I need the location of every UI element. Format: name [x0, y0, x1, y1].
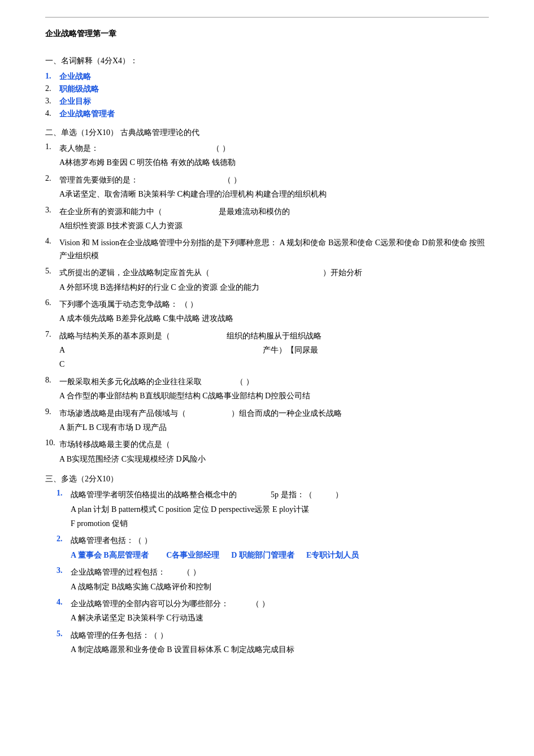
- mq1-text: 战略管理学者明茨伯格提出的战略整合概念中的5p 是指：（）: [71, 489, 489, 501]
- section2-header: 二、单选（1分X10） 古典战略管理理论的代: [45, 128, 489, 138]
- mq4-options: A 解决承诺坚定 B决策科学 C行动迅速: [71, 612, 489, 624]
- q5-line: 5. 式所提出的逻辑，企业战略制定应首先从（）开始分析: [45, 267, 489, 279]
- multi-question-1: 1. 战略管理学者明茨伯格提出的战略整合概念中的5p 是指：（） A plan …: [57, 489, 489, 530]
- mq5-num: 5.: [57, 629, 71, 638]
- q3-options: A组织性资源 B技术资源 C人力资源: [59, 220, 489, 232]
- term-text-3: 企业目标: [59, 97, 91, 107]
- mq1-options: A plan 计划 B pattern模式 C position 定位 D pe…: [71, 503, 489, 516]
- mq3-line: 3. 企业战略管理的过程包括：（ ）: [57, 566, 489, 579]
- q6-num: 6.: [45, 298, 59, 307]
- q4-line: 4. Vision 和 M ission在企业战略管理中分别指的是下列哪种意思：…: [45, 237, 489, 262]
- q8-num: 8.: [45, 376, 59, 385]
- document-title: 企业战略管理第一章: [45, 29, 489, 39]
- multi-question-2: 2. 战略管理者包括：（ ） A 董事会 B高层管理者 C各事业部经理 D 职能…: [57, 535, 489, 562]
- q7-options-a: A产牛）【同尿最: [59, 344, 489, 357]
- term-number-1: 1.: [45, 72, 57, 81]
- q1-options: A林德罗布姆 B奎因 C 明茨伯格 有效的战略 钱德勒: [59, 157, 489, 169]
- question-6: 6. 下列哪个选项属于动态竞争战略： （ ） A 成本领先战略 B差异化战略 C…: [45, 298, 489, 325]
- multi-question-3: 3. 企业战略管理的过程包括：（ ） A 战略制定 B战略实施 C战略评价和控制: [57, 566, 489, 593]
- mq3-num: 3.: [57, 566, 71, 575]
- q1-line: 1. 表人物是：（ ）: [45, 142, 489, 155]
- list-item: 2. 职能级战略: [45, 84, 489, 94]
- q5-num: 5.: [45, 267, 59, 276]
- list-item: 1. 企业战略: [45, 72, 489, 82]
- q2-num: 2.: [45, 174, 59, 183]
- term-text-1: 企业战略: [59, 72, 91, 82]
- q2-options: A承诺坚定、取舍清晰 B决策科学 C构建合理的治理机构 构建合理的组织机构: [59, 188, 489, 201]
- q4-text: Vision 和 M ission在企业战略管理中分别指的是下列哪种意思： A …: [59, 237, 489, 262]
- question-4: 4. Vision 和 M ission在企业战略管理中分别指的是下列哪种意思：…: [45, 237, 489, 262]
- q3-num: 3.: [45, 206, 59, 215]
- section1: 一、名词解释（4分X4）： 1. 企业战略 2. 职能级战略 3. 企业目标 4…: [45, 56, 489, 119]
- q4-num: 4.: [45, 237, 59, 246]
- term-text-4: 企业战略管理者: [59, 109, 115, 119]
- q6-line: 6. 下列哪个选项属于动态竞争战略： （ ）: [45, 298, 489, 311]
- question-2: 2. 管理首先要做到的是：（ ） A承诺坚定、取舍清晰 B决策科学 C构建合理的…: [45, 174, 489, 201]
- list-item: 4. 企业战略管理者: [45, 109, 489, 119]
- q7-text: 战略与结构关系的基本原则是（组织的结构服从于组织战略: [59, 330, 489, 342]
- q2-line: 2. 管理首先要做到的是：（ ）: [45, 174, 489, 186]
- q5-options: A 外部环境 B选择结构好的行业 C 企业的资源 企业的能力: [59, 281, 489, 294]
- q6-text: 下列哪个选项属于动态竞争战略： （ ）: [59, 298, 489, 311]
- q1-num: 1.: [45, 142, 59, 151]
- q9-options: A 新产L B C现有市场 D 现产品: [59, 422, 489, 434]
- term-number-4: 4.: [45, 109, 57, 118]
- terms-list: 1. 企业战略 2. 职能级战略 3. 企业目标 4. 企业战略管理者: [45, 72, 489, 119]
- list-item: 3. 企业目标: [45, 97, 489, 107]
- term-text-2: 职能级战略: [59, 84, 99, 94]
- q7-line: 7. 战略与结构关系的基本原则是（组织的结构服从于组织战略: [45, 330, 489, 342]
- mq5-text: 战略管理的任务包括：（ ）: [71, 629, 489, 642]
- q3-line: 3. 在企业所有的资源和能力中（是最难流动和模仿的: [45, 206, 489, 218]
- q6-options: A 成本领先战略 B差异化战略 C集中战略 进攻战略: [59, 312, 489, 325]
- q8-line: 8. 一般采取相关多元化战略的企业往往采取（ ）: [45, 376, 489, 388]
- q7-num: 7.: [45, 330, 59, 339]
- mq3-text: 企业战略管理的过程包括：（ ）: [71, 566, 489, 579]
- q7-options-c: C: [59, 358, 489, 371]
- section3-header: 三、多选（2分X10）: [45, 474, 489, 484]
- q10-num: 10.: [45, 438, 59, 447]
- question-3: 3. 在企业所有的资源和能力中（是最难流动和模仿的 A组织性资源 B技术资源 C…: [45, 206, 489, 233]
- mq2-num: 2.: [57, 535, 71, 544]
- question-9: 9. 市场渗透战略是由现有产品领域与（）组合而成的一种企业成长战略 A 新产L …: [45, 407, 489, 435]
- mq2-text: 战略管理者包括：（ ）: [71, 535, 489, 547]
- term-number-3: 3.: [45, 97, 57, 106]
- mq3-options: A 战略制定 B战略实施 C战略评价和控制: [71, 581, 489, 593]
- question-10: 10. 市场转移战略最主要的优点是（ A B实现范围经济 C实现规模经济 D风险…: [45, 438, 489, 466]
- q9-text: 市场渗透战略是由现有产品领域与（）组合而成的一种企业成长战略: [59, 407, 489, 420]
- mq4-num: 4.: [57, 598, 71, 607]
- q9-line: 9. 市场渗透战略是由现有产品领域与（）组合而成的一种企业成长战略: [45, 407, 489, 420]
- mq2-line: 2. 战略管理者包括：（ ）: [57, 535, 489, 547]
- multi-question-4: 4. 企业战略管理的全部内容可以分为哪些部分：（ ） A 解决承诺坚定 B决策科…: [57, 598, 489, 625]
- q9-num: 9.: [45, 407, 59, 416]
- mq1-num: 1.: [57, 489, 71, 498]
- mq5-options: A 制定战略愿景和业务使命 B 设置目标体系 C 制定战略完成目标: [71, 644, 489, 656]
- multi-question-5: 5. 战略管理的任务包括：（ ） A 制定战略愿景和业务使命 B 设置目标体系 …: [57, 629, 489, 657]
- q3-text: 在企业所有的资源和能力中（是最难流动和模仿的: [59, 206, 489, 218]
- mq4-line: 4. 企业战略管理的全部内容可以分为哪些部分：（ ）: [57, 598, 489, 610]
- question-1: 1. 表人物是：（ ） A林德罗布姆 B奎因 C 明茨伯格 有效的战略 钱德勒: [45, 142, 489, 170]
- mq1-options2: F promotion 促销: [71, 518, 489, 530]
- term-number-2: 2.: [45, 84, 57, 93]
- q1-text: 表人物是：（ ）: [59, 142, 489, 155]
- page: 企业战略管理第一章 一、名词解释（4分X4）： 1. 企业战略 2. 职能级战略…: [0, 0, 534, 756]
- q10-text: 市场转移战略最主要的优点是（: [59, 438, 489, 451]
- mq1-line: 1. 战略管理学者明茨伯格提出的战略整合概念中的5p 是指：（）: [57, 489, 489, 501]
- mq4-text: 企业战略管理的全部内容可以分为哪些部分：（ ）: [71, 598, 489, 610]
- question-7: 7. 战略与结构关系的基本原则是（组织的结构服从于组织战略 A产牛）【同尿最 C: [45, 330, 489, 371]
- top-divider: [45, 17, 489, 18]
- q10-line: 10. 市场转移战略最主要的优点是（: [45, 438, 489, 451]
- section3-questions: 1. 战略管理学者明茨伯格提出的战略整合概念中的5p 是指：（） A plan …: [57, 489, 489, 656]
- q2-text: 管理首先要做到的是：（ ）: [59, 174, 489, 186]
- q8-text: 一般采取相关多元化战略的企业往往采取（ ）: [59, 376, 489, 388]
- section3: 三、多选（2分X10） 1. 战略管理学者明茨伯格提出的战略整合概念中的5p 是…: [45, 474, 489, 656]
- mq2-options: A 董事会 B高层管理者 C各事业部经理 D 职能部门管理者 E专职计划人员: [71, 549, 489, 562]
- section2: 二、单选（1分X10） 古典战略管理理论的代 1. 表人物是：（ ） A林德罗布…: [45, 128, 489, 466]
- section1-header: 一、名词解释（4分X4）：: [45, 56, 489, 66]
- q8-options: A 合作型的事业部结构 B直线职能型结构 C战略事业部结构 D控股公司结: [59, 390, 489, 402]
- question-8: 8. 一般采取相关多元化战略的企业往往采取（ ） A 合作型的事业部结构 B直线…: [45, 376, 489, 403]
- q5-text: 式所提出的逻辑，企业战略制定应首先从（）开始分析: [59, 267, 489, 279]
- mq5-line: 5. 战略管理的任务包括：（ ）: [57, 629, 489, 642]
- question-5: 5. 式所提出的逻辑，企业战略制定应首先从（）开始分析 A 外部环境 B选择结构…: [45, 267, 489, 294]
- q10-options: A B实现范围经济 C实现规模经济 D风险小: [59, 453, 489, 466]
